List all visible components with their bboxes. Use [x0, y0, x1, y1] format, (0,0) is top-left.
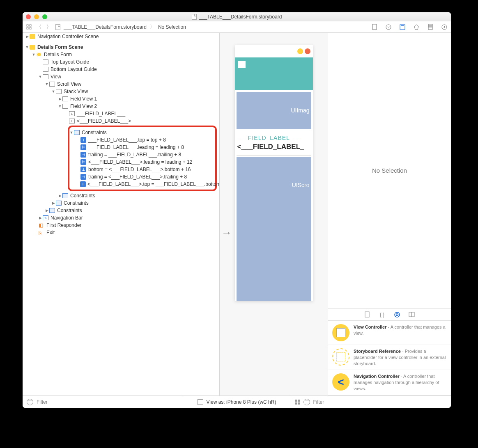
constraints-group[interactable]: Constraints — [69, 129, 215, 136]
scene-navigation-controller[interactable]: Navigation Controller Scene — [23, 33, 219, 40]
titlebar: ___TABLE___DetailsForm.storyboard — [23, 12, 451, 21]
scene-exit-icon — [305, 48, 310, 54]
storyboard-file-icon — [55, 24, 60, 30]
scene-label: Navigation Controller Scene — [37, 34, 99, 39]
library-item-text: Navigation Controller - A controller tha… — [354, 373, 447, 392]
svg-rect-7 — [400, 25, 405, 30]
library-filter-input[interactable] — [313, 399, 447, 405]
view-controller-icon — [332, 324, 349, 341]
media-library-icon[interactable] — [409, 311, 415, 318]
view[interactable]: View — [23, 73, 219, 80]
bottom-layout-guide[interactable]: Bottom Layout Guide — [23, 66, 219, 73]
inspector-no-selection: No Selection — [328, 33, 451, 309]
related-items-icon[interactable] — [26, 24, 32, 30]
svg-text:?: ? — [387, 25, 389, 29]
scene-titlebar — [235, 45, 313, 57]
constraint-item[interactable]: I <___FIELD_LABEL___>.top = ___FIELD_LAB… — [69, 181, 215, 188]
library-item-view-controller[interactable]: View Controller - A controller that mana… — [328, 321, 451, 345]
field-label[interactable]: L ___FIELD_LABEL___ — [23, 110, 219, 117]
constraint-item[interactable]: ⊤ ___FIELD_LABEL___.top = top + 8 — [69, 136, 215, 144]
view-controller-details-form[interactable]: Details Form — [23, 51, 219, 58]
object-library-icon[interactable] — [394, 311, 400, 318]
view-as-bar[interactable]: View as: iPhone 8 Plus (wC hR) — [183, 396, 291, 408]
uiimageview-preview[interactable]: UIImag — [237, 92, 311, 129]
navigation-bar-preview[interactable] — [235, 57, 313, 90]
inspector-panel: No Selection { } View Controller - A co — [328, 33, 451, 395]
field-view-2[interactable]: Field View 2 — [23, 103, 219, 110]
xcode-window: ___TABLE___DetailsForm.storyboard 〈 〉 __… — [23, 12, 451, 408]
stack-view[interactable]: Stack View — [23, 88, 219, 95]
scene-label: Details Form Scene — [37, 44, 83, 50]
top-layout-guide[interactable]: Top Layout Guide — [23, 58, 219, 66]
field-value-preview[interactable]: <___FIELD_LABEL_ — [235, 143, 313, 155]
device-preview[interactable]: UIImag ___FIELD_LABEL___ <___FIELD_LABEL… — [235, 45, 313, 301]
file-template-library-icon[interactable] — [364, 311, 371, 318]
breadcrumb-file[interactable]: ___TABLE___DetailsForm.storyboard — [64, 24, 147, 30]
filter-icon[interactable] — [27, 399, 33, 405]
svg-rect-14 — [365, 312, 369, 317]
forward-button[interactable]: 〉 — [46, 24, 52, 30]
device-config-icon[interactable] — [198, 399, 203, 405]
navigation-bar[interactable]: < Navigation Bar — [23, 214, 219, 222]
svg-rect-0 — [27, 25, 28, 26]
file-inspector-icon[interactable] — [371, 24, 378, 30]
code-snippet-library-icon[interactable]: { } — [379, 311, 386, 318]
object-library-list[interactable]: View Controller - A controller that mana… — [328, 321, 451, 395]
filter-icon[interactable] — [303, 399, 310, 405]
svg-rect-4 — [372, 24, 377, 30]
field-view-1[interactable]: Field View 1 — [23, 95, 219, 103]
library-item-storyboard-reference[interactable]: Storyboard Reference - Provides a placeh… — [328, 345, 451, 370]
identity-inspector-icon[interactable] — [399, 24, 406, 30]
first-responder[interactable]: ◧ First Responder — [23, 222, 219, 229]
svg-rect-3 — [30, 27, 31, 29]
scene-details-form[interactable]: Details Form Scene — [23, 43, 219, 51]
size-inspector-icon[interactable] — [427, 24, 434, 30]
outline-filter — [23, 396, 183, 408]
footer-bar: View as: iPhone 8 Plus (wC hR) — [23, 395, 451, 408]
constraint-item[interactable]: ⊣ trailing = ___FIELD_LABEL___.trailing … — [69, 151, 215, 158]
constraint-item[interactable]: ⊢ <___FIELD_LABEL___>.leading = leading … — [69, 158, 215, 166]
navigation-controller-icon: < — [332, 373, 349, 391]
constraints-highlight: Constraints ⊤ ___FIELD_LABEL___.top = to… — [68, 126, 217, 191]
document-outline[interactable]: Navigation Controller Scene Details Form… — [23, 33, 220, 395]
window-title: ___TABLE___DetailsForm.storyboard — [23, 14, 451, 20]
uiscrollview-preview[interactable]: UIScro — [237, 157, 311, 301]
back-button[interactable]: 〈 — [36, 24, 42, 30]
constraints-group[interactable]: Constraints — [23, 207, 219, 214]
svg-point-15 — [395, 312, 400, 317]
breadcrumb-selection[interactable]: No Selection — [158, 24, 186, 30]
vc-label: Details Form — [44, 52, 72, 57]
field-label-preview[interactable]: ___FIELD_LABEL___ — [235, 130, 313, 143]
exit[interactable]: ⎘ Exit — [23, 229, 219, 236]
window-title-text: ___TABLE___DetailsForm.storyboard — [199, 14, 282, 20]
field-value-label[interactable]: L <___FIELD_LABEL___> — [23, 117, 219, 125]
constraint-item[interactable]: ⊢ ___FIELD_LABEL___.leading = leading + … — [69, 144, 215, 151]
library-item-text: Storyboard Reference - Provides a placeh… — [354, 348, 447, 367]
library-filter — [291, 396, 451, 408]
constraint-item[interactable]: ⊥ bottom = <___FIELD_LABEL___>.bottom + … — [69, 166, 215, 173]
attributes-inspector-icon[interactable] — [413, 24, 420, 30]
connections-inspector-icon[interactable] — [441, 24, 448, 30]
constraint-item[interactable]: ⊣ trailing = <___FIELD_LABEL___>.trailin… — [69, 173, 215, 181]
scene-vc-icon — [297, 48, 303, 54]
help-inspector-icon[interactable]: ? — [385, 24, 392, 30]
constraints-group[interactable]: Constraints — [23, 199, 219, 207]
editor-body: Navigation Controller Scene Details Form… — [23, 33, 451, 395]
outline-filter-input[interactable] — [37, 399, 179, 405]
storyboard-canvas[interactable]: → UIImag ___FIELD_LABEL___ <___FIELD_LAB… — [220, 33, 328, 395]
storyboard-file-icon — [192, 14, 197, 20]
view-as-label: View as: iPhone 8 Plus (wC hR) — [207, 399, 276, 405]
breadcrumb-separator: 〉 — [150, 23, 155, 30]
library-tabs: { } — [328, 309, 451, 321]
scroll-view[interactable]: Scroll View — [23, 80, 219, 88]
grid-view-icon[interactable] — [295, 400, 300, 405]
svg-rect-1 — [30, 25, 31, 26]
inspector-tabs-top: ? — [371, 24, 448, 30]
svg-point-16 — [396, 313, 398, 315]
divider — [237, 155, 311, 155]
initial-vc-arrow-icon: → — [221, 226, 232, 239]
library-item-navigation-controller[interactable]: < Navigation Controller - A controller t… — [328, 370, 451, 395]
constraints-group[interactable]: Constraints — [23, 192, 219, 199]
nav-bar-square — [238, 61, 246, 68]
svg-rect-8 — [401, 25, 404, 26]
